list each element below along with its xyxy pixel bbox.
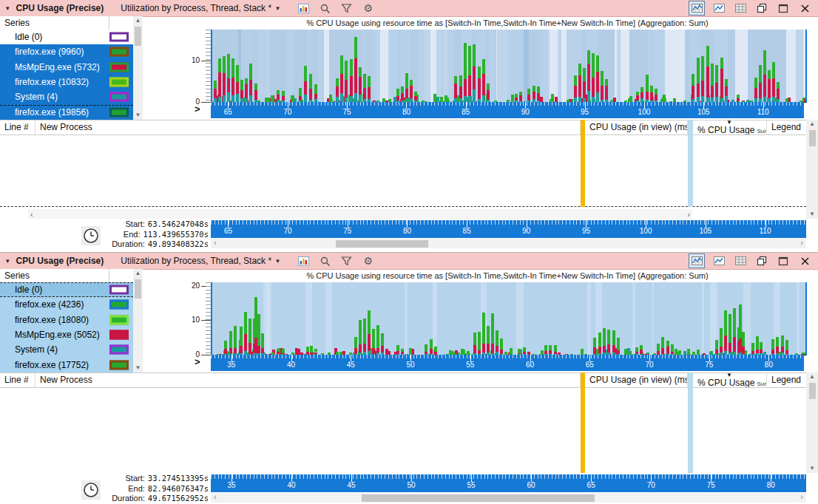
chart-and-table-view-icon[interactable]: [689, 1, 705, 16]
filter-icon[interactable]: [339, 254, 354, 268]
scroll-down-icon[interactable]: ▼: [809, 210, 815, 219]
series-item[interactable]: MsMpEng.exe (5052): [0, 327, 133, 342]
chart-bar-segment: [640, 350, 643, 354]
table-only-view-icon[interactable]: [733, 254, 748, 268]
series-item[interactable]: MsMpEng.exe (5732): [0, 60, 133, 75]
chart-plot[interactable]: [211, 282, 807, 355]
chart-bar-segment: [646, 92, 649, 100]
chart-bar-segment: [314, 94, 317, 99]
chart-bar-segment: [715, 65, 718, 83]
chart-bar-segment: [482, 74, 485, 95]
scroll-right-icon[interactable]: ›: [687, 210, 690, 219]
close-icon[interactable]: [797, 254, 812, 268]
chart-bar-segment: [350, 96, 353, 102]
scroll-up-icon[interactable]: ▲: [809, 120, 815, 129]
series-item[interactable]: firefox.exe (10832): [0, 75, 133, 89]
aggregation-label: Sum: [757, 128, 767, 134]
column-divider-blue[interactable]: [688, 120, 693, 207]
open-graph-explorer-icon[interactable]: [297, 1, 311, 15]
chart-bar-segment: [692, 86, 694, 99]
chart-bar-segment: [354, 348, 357, 354]
column-divider-gold[interactable]: [581, 120, 585, 207]
chart-bar-segment: [261, 348, 264, 353]
filter-icon[interactable]: [339, 1, 354, 15]
timeline-ruler[interactable]: 35404550556065707580: [211, 474, 806, 492]
series-item[interactable]: Idle (0): [0, 282, 133, 297]
chart-bar-segment: [454, 84, 457, 98]
settings-gear-icon[interactable]: ⚙: [361, 254, 376, 268]
column-header-cpu-usage[interactable]: CPU Usage (in view) (ms)Sum: [585, 120, 688, 134]
scroll-thumb[interactable]: [135, 279, 141, 299]
x-axis-tick-label: 35: [227, 361, 235, 369]
collapse-caret-icon[interactable]: ▾: [6, 258, 10, 265]
maximize-icon[interactable]: [776, 254, 791, 268]
scroll-up-icon[interactable]: ▲: [135, 269, 141, 278]
timeline-scroll-thumb[interactable]: [336, 240, 428, 248]
scroll-down-icon[interactable]: ▼: [135, 364, 141, 372]
column-header-cpu-usage[interactable]: CPU Usage (in view) (ms)Sum: [585, 373, 688, 387]
scroll-up-icon[interactable]: ▲: [809, 372, 815, 381]
chart-bar-segment: [574, 75, 577, 86]
settings-gear-icon[interactable]: ⚙: [361, 1, 376, 15]
table-only-view-icon[interactable]: [733, 1, 748, 15]
series-item[interactable]: System (4): [0, 89, 133, 104]
column-header-legend[interactable]: Legend: [767, 120, 806, 134]
scroll-up-icon[interactable]: ▲: [135, 16, 141, 25]
chart-bar-segment: [587, 64, 590, 91]
chart-plot[interactable]: [211, 30, 807, 103]
series-item[interactable]: firefox.exe (4236): [0, 297, 133, 312]
scroll-right-icon[interactable]: ›: [800, 492, 803, 502]
chart-bar-segment: [414, 96, 417, 100]
series-item[interactable]: firefox.exe (9960): [0, 44, 133, 59]
chart-only-view-icon[interactable]: [711, 254, 726, 268]
scroll-down-icon[interactable]: ▼: [809, 464, 815, 473]
popout-icon[interactable]: [754, 1, 769, 15]
column-header-line[interactable]: Line #: [0, 120, 36, 134]
axis-expander-icon[interactable]: >: [195, 103, 200, 115]
search-icon[interactable]: [318, 254, 333, 268]
timeline-scrollbar[interactable]: ‹ ›: [211, 239, 806, 248]
series-item[interactable]: Idle (0): [0, 30, 133, 44]
column-divider-gold[interactable]: [581, 372, 585, 473]
table-vscrollbar[interactable]: ▲ ▼: [806, 120, 818, 219]
column-divider-blue[interactable]: [688, 372, 693, 473]
open-graph-explorer-icon[interactable]: [297, 254, 311, 268]
close-icon[interactable]: [797, 1, 812, 15]
timeline-scrollbar[interactable]: ‹ ›: [211, 493, 806, 503]
x-axis: 35404550556065707580: [211, 355, 804, 371]
chart-bar-segment: [340, 74, 343, 94]
scroll-left-icon[interactable]: ‹: [30, 210, 33, 219]
chart-bar-segment: [223, 56, 226, 73]
scroll-thumb[interactable]: [809, 383, 816, 399]
scroll-thumb[interactable]: [809, 130, 816, 146]
series-scrollbar[interactable]: ▲ ▼: [133, 269, 143, 372]
series-item[interactable]: firefox.exe (18080): [0, 313, 133, 327]
column-header-legend[interactable]: Legend: [767, 373, 806, 387]
table-vscrollbar[interactable]: ▲ ▼: [806, 372, 818, 473]
column-header-line[interactable]: Line #: [0, 373, 36, 387]
series-item[interactable]: System (4): [0, 342, 133, 357]
series-item[interactable]: firefox.exe (19856): [0, 105, 133, 120]
scroll-left-icon[interactable]: ‹: [214, 492, 217, 502]
scroll-right-icon[interactable]: ›: [800, 238, 803, 248]
maximize-icon[interactable]: [776, 1, 791, 15]
popout-icon[interactable]: [754, 254, 769, 268]
timeline-ruler[interactable]: 65707580859095100105110: [211, 220, 806, 238]
axis-expander-icon[interactable]: >: [195, 356, 200, 367]
time-summary: Start:63.546247048s End:113.439655370s D…: [96, 219, 209, 250]
series-scrollbar[interactable]: ▲ ▼: [133, 16, 143, 120]
table-hscrollbar[interactable]: ‹ ›: [28, 209, 692, 219]
chart-only-view-icon[interactable]: [711, 1, 726, 15]
preset-selector[interactable]: Utilization by Process, Thread, Stack * …: [121, 3, 279, 13]
series-item[interactable]: firefox.exe (17752): [0, 358, 133, 372]
scroll-left-icon[interactable]: ‹: [214, 238, 217, 248]
chart-and-table-view-icon[interactable]: [689, 253, 705, 268]
scroll-thumb[interactable]: [135, 27, 141, 46]
column-header-new-process[interactable]: New Process: [36, 373, 581, 387]
search-icon[interactable]: [318, 1, 333, 15]
column-header-new-process[interactable]: New Process: [36, 120, 581, 134]
scroll-down-icon[interactable]: ▼: [135, 111, 141, 120]
timeline-scroll-thumb[interactable]: [362, 494, 595, 502]
preset-selector[interactable]: Utilization by Process, Thread, Stack * …: [121, 256, 279, 266]
collapse-caret-icon[interactable]: ▾: [6, 5, 10, 12]
